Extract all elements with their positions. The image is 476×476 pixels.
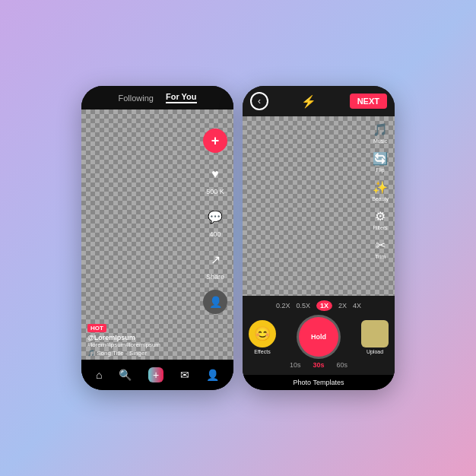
search-icon[interactable]: 🔍 — [119, 369, 132, 381]
zoom-options: 0.2X 0.5X 1X 2X 4X — [249, 300, 389, 311]
beauty-label: Beauty — [372, 196, 389, 202]
plus-icon[interactable]: + — [203, 129, 227, 153]
time-60s[interactable]: 60s — [337, 361, 348, 369]
capture-button[interactable]: Hold — [299, 317, 338, 357]
home-icon[interactable]: ⌂ — [96, 369, 102, 381]
bottom-nav: ⌂ 🔍 + ✉ 👤 — [81, 360, 233, 390]
camera-area: 🎵 Music 🔄 Flip ✨ Beauty ⚙ Filters — [243, 116, 395, 296]
song-info: 🎵 Song Title - Singer — [87, 350, 197, 357]
zoom-2x[interactable]: 2X — [338, 302, 347, 309]
flip-tool[interactable]: 🔄 Flip — [373, 151, 388, 173]
trim-label: Trim — [375, 254, 386, 259]
trim-icon: ✂ — [376, 238, 386, 252]
music-label: Music — [373, 138, 387, 144]
upload-label: Upload — [367, 349, 383, 354]
hot-badge: HOT — [87, 324, 106, 332]
camera-top-bar: ‹ ⚡ NEXT — [243, 86, 395, 116]
like-button[interactable]: ♥ 500 K — [203, 162, 227, 195]
top-nav: Following For You — [81, 86, 233, 109]
filters-tool[interactable]: ⚙ Filters — [373, 209, 388, 230]
add-video-button[interactable]: + — [148, 367, 163, 382]
filters-label: Filters — [373, 225, 388, 230]
zoom-4x[interactable]: 4X — [353, 302, 361, 309]
lightning-icon[interactable]: ⚡ — [301, 94, 316, 109]
filters-icon: ⚙ — [375, 209, 386, 224]
share-icon[interactable]: ↗ — [203, 247, 227, 271]
comment-button[interactable]: 💬 400 — [203, 205, 227, 238]
messages-icon[interactable]: ✉ — [180, 369, 189, 381]
beauty-icon: ✨ — [373, 180, 388, 195]
video-area: + ♥ 500 K 💬 400 ↗ Share — [81, 109, 233, 360]
beauty-tool[interactable]: ✨ Beauty — [372, 180, 389, 202]
side-actions: + ♥ 500 K 💬 400 ↗ Share — [203, 129, 227, 314]
avatar-icon[interactable]: 👤 — [203, 290, 227, 314]
templates-label: Photo Templates — [294, 379, 344, 386]
bottom-info: HOT @LoremIpsum #lorem#ipsum#loremipsum … — [87, 319, 197, 357]
zoom-1x[interactable]: 1X — [316, 300, 332, 311]
effects-button[interactable]: 😊 Effects — [249, 320, 276, 354]
like-count: 500 K — [206, 188, 224, 195]
time-10s[interactable]: 10s — [290, 361, 301, 369]
following-tab[interactable]: Following — [118, 94, 153, 103]
username: @LoremIpsum — [87, 334, 197, 341]
upload-button[interactable]: Upload — [361, 320, 389, 354]
flip-label: Flip — [376, 167, 384, 173]
time-options: 10s 30s 60s — [249, 361, 389, 369]
for-you-tab[interactable]: For You — [166, 92, 197, 103]
next-button[interactable]: NEXT — [350, 94, 387, 109]
share-label: Share — [206, 273, 224, 281]
music-icon: 🎵 — [373, 122, 388, 137]
follow-button[interactable]: + — [203, 129, 227, 153]
hashtags: #lorem#ipsum#loremipsum — [87, 341, 197, 348]
flip-icon: 🔄 — [373, 151, 388, 166]
hold-label: Hold — [311, 333, 326, 341]
avatar-button[interactable]: 👤 — [203, 290, 227, 314]
templates-bar[interactable]: Photo Templates — [243, 375, 395, 390]
share-button[interactable]: ↗ Share — [203, 247, 227, 281]
zoom-05x[interactable]: 0.5X — [296, 302, 310, 309]
profile-icon[interactable]: 👤 — [206, 369, 219, 381]
back-button[interactable]: ‹ — [250, 92, 268, 110]
zoom-02x[interactable]: 0.2X — [276, 302, 290, 309]
effects-label: Effects — [254, 349, 270, 354]
upload-icon — [361, 320, 389, 347]
trim-tool[interactable]: ✂ Trim — [375, 238, 386, 259]
left-phone: Following For You + ♥ 500 K — [81, 86, 233, 390]
camera-controls: 0.2X 0.5X 1X 2X 4X 😊 Effects Hold — [243, 296, 395, 375]
heart-icon[interactable]: ♥ — [203, 162, 227, 186]
right-tools: 🎵 Music 🔄 Flip ✨ Beauty ⚙ Filters — [372, 122, 389, 259]
time-30s[interactable]: 30s — [313, 361, 324, 369]
effects-icon: 😊 — [249, 320, 276, 347]
capture-row: 😊 Effects Hold Upload — [249, 317, 389, 357]
music-tool[interactable]: 🎵 Music — [373, 122, 388, 144]
comment-icon[interactable]: 💬 — [203, 205, 227, 229]
comment-count: 400 — [209, 230, 221, 238]
right-phone: ‹ ⚡ NEXT 🎵 Music 🔄 Flip — [243, 86, 395, 390]
